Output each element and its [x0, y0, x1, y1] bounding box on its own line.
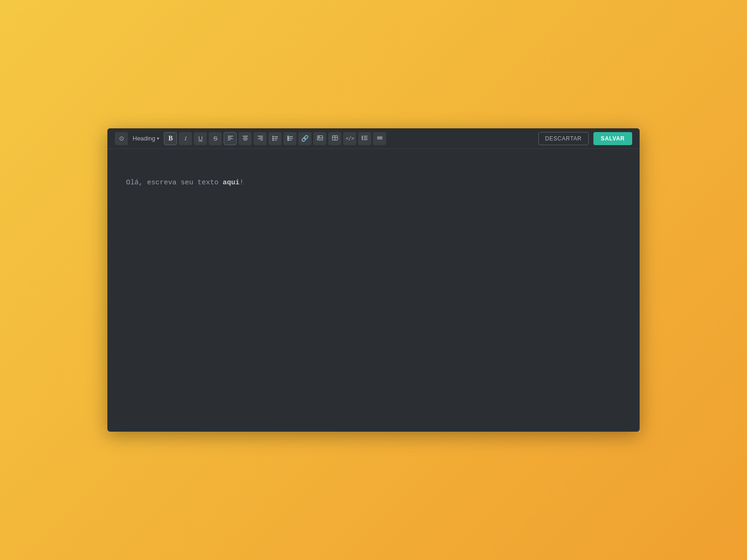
- align-left-button[interactable]: [224, 132, 237, 145]
- table-icon: [332, 135, 338, 142]
- hr-icon: [377, 135, 383, 142]
- table-button[interactable]: [328, 132, 341, 145]
- link-button[interactable]: 🔗: [298, 132, 311, 145]
- discard-button[interactable]: DESCARTAR: [538, 132, 589, 145]
- heading-dropdown[interactable]: Heading ▾: [130, 132, 162, 145]
- align-center-button[interactable]: [239, 132, 252, 145]
- image-button[interactable]: [313, 132, 326, 145]
- editor-text-plain: Olá, escreva seu texto: [126, 179, 223, 187]
- ordered-list-button[interactable]: 1. 2. 3.: [283, 132, 296, 145]
- heading-dropdown-arrow: ▾: [157, 136, 159, 141]
- strikethrough-icon: S: [213, 135, 218, 142]
- align-right-icon: [257, 135, 263, 142]
- bold-icon: B: [169, 135, 173, 142]
- underline-icon: U: [198, 135, 203, 142]
- editor-window: ⊙ Heading ▾ B I U S: [107, 128, 640, 432]
- align-right-button[interactable]: [254, 132, 267, 145]
- blockquote-icon: [362, 135, 368, 142]
- blockquote-button[interactable]: [358, 132, 371, 145]
- svg-point-16: [273, 140, 274, 140]
- code-button[interactable]: </>: [343, 132, 356, 145]
- save-button[interactable]: SALVAR: [593, 132, 632, 145]
- editor-text-bold: aqui: [223, 179, 240, 187]
- pin-icon: ⊙: [119, 135, 124, 142]
- svg-point-25: [318, 136, 319, 137]
- editor-text: Olá, escreva seu texto aqui!: [126, 177, 621, 189]
- toolbar: ⊙ Heading ▾ B I U S: [107, 128, 640, 149]
- italic-button[interactable]: I: [179, 132, 192, 145]
- italic-icon: I: [184, 135, 186, 142]
- svg-point-14: [273, 138, 274, 139]
- align-left-icon: [227, 135, 233, 142]
- bold-button[interactable]: B: [164, 132, 177, 145]
- image-icon: [317, 135, 323, 142]
- ordered-list-icon: 1. 2. 3.: [287, 135, 293, 142]
- underline-button[interactable]: U: [194, 132, 207, 145]
- align-center-icon: [242, 135, 248, 142]
- strikethrough-button[interactable]: S: [209, 132, 222, 145]
- pin-button[interactable]: ⊙: [115, 132, 128, 145]
- code-icon: </>: [345, 136, 354, 141]
- bullet-list-icon: [272, 135, 278, 142]
- link-icon: 🔗: [301, 135, 309, 142]
- hr-button[interactable]: [373, 132, 386, 145]
- editor-text-suffix: !: [240, 179, 244, 187]
- editor-content-area[interactable]: Olá, escreva seu texto aqui!: [107, 149, 640, 432]
- svg-point-12: [273, 136, 274, 137]
- heading-dropdown-label: Heading: [133, 135, 155, 142]
- bullet-list-button[interactable]: [268, 132, 282, 145]
- svg-text:3.: 3.: [288, 139, 289, 141]
